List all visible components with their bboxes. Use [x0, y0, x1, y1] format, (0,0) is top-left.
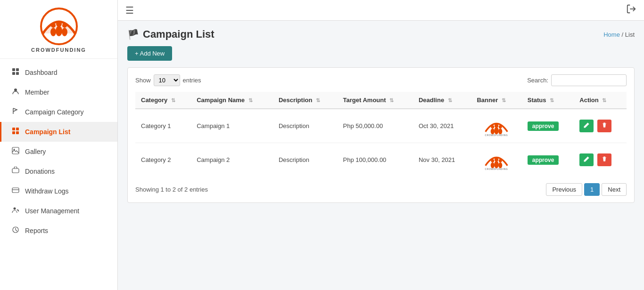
- sidebar-item-dashboard[interactable]: Dashboard: [0, 63, 117, 82]
- cell-banner: CROWDFUNDING: [471, 143, 521, 177]
- table-container: Show 10 25 50 100 entries Search:: [127, 67, 635, 203]
- svg-point-29: [499, 125, 502, 129]
- delete-button[interactable]: [597, 120, 611, 132]
- sidebar-item-reports[interactable]: Reports: [0, 221, 117, 241]
- sidebar-item-label: Withdraw Logs: [25, 187, 69, 195]
- page-title-row: 🏴 Campaign List: [127, 28, 215, 40]
- main-content: ☰ 🏴 Campaign List Home / List + Add New: [118, 0, 644, 290]
- show-entries-control: Show 10 25 50 100 entries: [135, 74, 201, 86]
- hamburger-button[interactable]: ☰: [125, 5, 134, 16]
- svg-rect-19: [12, 188, 19, 193]
- search-row: Search:: [527, 74, 627, 86]
- withdraw-icon: [11, 186, 20, 196]
- status-badge: approve: [528, 155, 559, 165]
- svg-point-34: [495, 158, 498, 161]
- brand-name: CROWDFUNDING: [31, 47, 86, 53]
- col-deadline[interactable]: Deadline ⇅: [413, 92, 471, 109]
- col-campaign-name[interactable]: Campaign Name ⇅: [191, 92, 273, 109]
- breadcrumb-current: List: [625, 31, 635, 38]
- col-action[interactable]: Action ⇅: [574, 92, 627, 109]
- svg-point-33: [494, 161, 499, 168]
- svg-rect-18: [12, 169, 19, 173]
- breadcrumb: Home / List: [603, 31, 635, 38]
- cell-action: [574, 109, 627, 143]
- cell-deadline: Oct 30, 2021: [413, 109, 471, 143]
- sidebar-item-label: Donations: [25, 168, 55, 175]
- svg-point-28: [498, 129, 502, 134]
- svg-rect-8: [16, 68, 19, 71]
- sidebar-item-donations[interactable]: Donations: [0, 161, 117, 181]
- table-header: Category ⇅ Campaign Name ⇅ Description ⇅: [135, 92, 627, 109]
- col-status[interactable]: Status ⇅: [522, 92, 574, 109]
- sort-icon-description: ⇅: [316, 97, 320, 103]
- cell-status: approve: [522, 143, 574, 177]
- col-target-amount[interactable]: Target Amount ⇅: [338, 92, 413, 109]
- sort-icon-action: ⇅: [602, 97, 606, 103]
- sort-icon-banner: ⇅: [502, 97, 506, 103]
- sidebar-item-label: Gallery: [25, 148, 46, 155]
- svg-point-1: [50, 28, 56, 36]
- search-input[interactable]: [551, 74, 627, 86]
- table-body: Category 1Campaign 1DescriptionPhp 50,00…: [135, 109, 627, 177]
- breadcrumb-separator: /: [622, 31, 624, 38]
- sidebar-item-label: Member: [25, 89, 49, 96]
- sidebar-item-campaign-list[interactable]: Campaign List: [0, 122, 117, 142]
- col-banner[interactable]: Banner ⇅: [471, 92, 521, 109]
- entries-label: entries: [183, 77, 201, 84]
- entries-select[interactable]: 10 25 50 100: [154, 74, 180, 86]
- cell-campaign-name: Campaign 2: [191, 143, 273, 177]
- svg-point-35: [498, 162, 502, 168]
- next-button[interactable]: Next: [602, 183, 627, 196]
- reports-icon: [11, 226, 20, 235]
- campaigns-table: Category ⇅ Campaign Name ⇅ Description ⇅: [135, 92, 627, 177]
- svg-point-24: [491, 129, 495, 134]
- topbar: ☰: [118, 0, 644, 21]
- svg-point-21: [14, 208, 16, 210]
- sidebar-item-withdraw-logs[interactable]: Withdraw Logs: [0, 181, 117, 201]
- previous-button[interactable]: Previous: [546, 183, 582, 196]
- table-row: Category 1Campaign 1DescriptionPhp 50,00…: [135, 109, 627, 143]
- brand-logo: [40, 8, 78, 45]
- flag-icon: [11, 107, 20, 117]
- add-new-button[interactable]: + Add New: [127, 46, 172, 61]
- user-icon: [11, 206, 20, 216]
- sort-icon-deadline: ⇅: [448, 97, 452, 103]
- sidebar-item-gallery[interactable]: Gallery: [0, 142, 117, 161]
- pagination-row: Showing 1 to 2 of 2 entries Previous 1 N…: [135, 183, 627, 196]
- sidebar-item-user-management[interactable]: User Management: [0, 201, 117, 221]
- cell-deadline: Nov 30, 2021: [413, 143, 471, 177]
- page-content: 🏴 Campaign List Home / List + Add New Sh…: [118, 21, 644, 290]
- svg-point-26: [494, 127, 499, 134]
- donations-icon: [11, 167, 20, 176]
- cell-target-amount: Php 50,000.00: [338, 109, 413, 143]
- pagination-buttons: Previous 1 Next: [546, 183, 627, 196]
- cell-status: approve: [522, 109, 574, 143]
- svg-text:CROWDFUNDING: CROWDFUNDING: [485, 134, 508, 137]
- table-controls: Show 10 25 50 100 entries Search:: [135, 74, 627, 86]
- sidebar-item-label: Dashboard: [25, 69, 58, 76]
- sidebar-item-label: User Management: [25, 207, 79, 215]
- banner-image: CROWDFUNDING: [481, 148, 512, 170]
- col-category[interactable]: Category ⇅: [135, 92, 191, 109]
- sidebar-item-campaign-category[interactable]: Campaign Category: [0, 102, 117, 122]
- svg-point-4: [56, 21, 62, 27]
- page-1-button[interactable]: 1: [584, 183, 600, 196]
- logout-button[interactable]: [626, 4, 636, 16]
- sort-icon-campaign-name: ⇅: [248, 97, 253, 103]
- svg-point-25: [491, 125, 494, 129]
- delete-button[interactable]: [597, 153, 611, 166]
- svg-rect-9: [12, 72, 15, 75]
- pagination-showing-text: Showing 1 to 2 of 2 entries: [135, 186, 208, 193]
- svg-rect-12: [12, 128, 15, 130]
- sort-icon-target-amount: ⇅: [389, 97, 394, 103]
- col-description[interactable]: Description ⇅: [273, 92, 338, 109]
- edit-button[interactable]: [579, 120, 594, 132]
- edit-button[interactable]: [579, 153, 594, 166]
- svg-point-2: [51, 23, 56, 28]
- sort-icon-status: ⇅: [550, 97, 554, 103]
- sidebar-item-member[interactable]: Member: [0, 82, 117, 102]
- breadcrumb-home[interactable]: Home: [603, 31, 620, 38]
- svg-point-27: [495, 124, 498, 128]
- svg-rect-10: [16, 72, 19, 75]
- page-flag-icon: 🏴: [127, 29, 139, 40]
